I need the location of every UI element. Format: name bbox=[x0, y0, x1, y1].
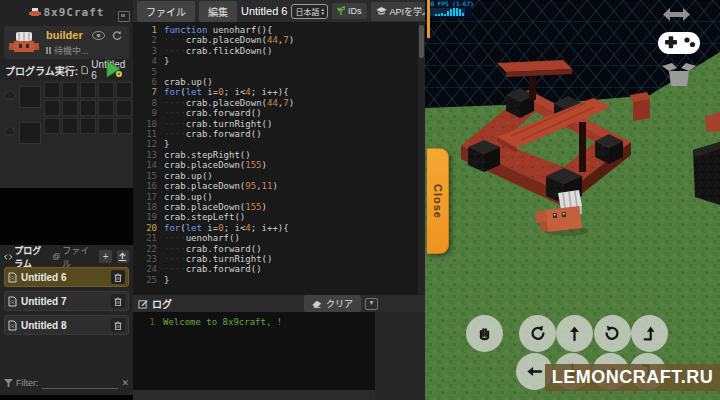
8x9craft-app: 8x9Craft builder 待機中... プ bbox=[0, 0, 720, 400]
watermark: LEMONCRAFT.RU bbox=[545, 364, 720, 391]
document-title: Untitled 6 bbox=[241, 5, 287, 17]
inventory-slot[interactable] bbox=[62, 100, 78, 116]
editor-scrollbar[interactable] bbox=[418, 22, 425, 295]
upload-program-button[interactable] bbox=[117, 250, 129, 263]
program-item[interactable]: Untitled 7 bbox=[4, 291, 129, 311]
inventory-slot[interactable] bbox=[62, 82, 78, 98]
inventory-slot[interactable] bbox=[62, 118, 78, 134]
gamepad-icon[interactable] bbox=[657, 29, 701, 56]
log-clear-button[interactable]: クリア bbox=[304, 295, 361, 312]
code-lines: 1function uenoharf(){2····crab.placeDown… bbox=[133, 25, 425, 285]
file-menu-button[interactable]: ファイル bbox=[137, 1, 195, 22]
hotbar-slot[interactable] bbox=[19, 122, 41, 144]
code-line[interactable]: 11····crab.forward() bbox=[133, 129, 425, 139]
code-line[interactable]: 10····crab.turnRight() bbox=[133, 119, 425, 129]
inventory-slot[interactable] bbox=[44, 82, 60, 98]
code-line[interactable]: 17crab.up() bbox=[133, 192, 425, 202]
code-line[interactable]: 4} bbox=[133, 56, 425, 66]
inventory-slot[interactable] bbox=[44, 100, 60, 116]
code-line[interactable]: 13crab.stepRight() bbox=[133, 150, 425, 160]
code-line[interactable]: 21····uenoharf() bbox=[133, 233, 425, 243]
code-line[interactable]: 25} bbox=[133, 275, 425, 285]
inventory-slot[interactable] bbox=[98, 118, 114, 134]
code-line[interactable]: 16crab.placeDown(95,11) bbox=[133, 181, 425, 191]
rotate-ccw-button[interactable] bbox=[519, 315, 556, 352]
hand-button[interactable] bbox=[466, 315, 503, 352]
log-body[interactable]: 1Welcome to 8x9craft, ! bbox=[133, 312, 375, 390]
filter-row: Filter: ✕ bbox=[4, 376, 129, 390]
inventory-slot[interactable] bbox=[116, 82, 132, 98]
filter-input[interactable] bbox=[42, 378, 119, 389]
code-text: ····crab.forward() bbox=[164, 244, 262, 254]
inventory-slot[interactable] bbox=[98, 100, 114, 116]
inventory-slot[interactable] bbox=[44, 118, 60, 134]
line-number: 17 bbox=[133, 192, 164, 202]
inventory-slot[interactable] bbox=[80, 82, 96, 98]
code-line[interactable]: 3····crab.flickDown() bbox=[133, 46, 425, 56]
player-status: 待機中... bbox=[46, 44, 89, 57]
inventory-slot[interactable] bbox=[116, 118, 132, 134]
delete-program-button[interactable] bbox=[111, 270, 125, 284]
trash-icon bbox=[114, 321, 122, 330]
code-line[interactable]: 7for(let i=0; i<4; i++){ bbox=[133, 87, 425, 97]
rotate-cw-button[interactable] bbox=[594, 315, 631, 352]
left-icon bbox=[525, 362, 544, 381]
code-line[interactable]: 9····crab.forward() bbox=[133, 108, 425, 118]
code-line[interactable]: 1function uenoharf(){ bbox=[133, 25, 425, 35]
code-text: ····crab.placeDown(44,7) bbox=[164, 98, 294, 108]
eye-icon[interactable] bbox=[92, 31, 105, 40]
code-line[interactable]: 18crab.placeDown(155) bbox=[133, 202, 425, 212]
line-number: 18 bbox=[133, 202, 164, 212]
code-line[interactable]: 8····crab.placeDown(44,7) bbox=[133, 98, 425, 108]
logo: 8x9Craft bbox=[0, 0, 133, 24]
run-play-button[interactable] bbox=[104, 59, 124, 79]
log-icon bbox=[138, 299, 148, 309]
language-select[interactable]: 日本語 ▴▾ bbox=[291, 4, 328, 19]
code-line[interactable]: 6crab.up() bbox=[133, 77, 425, 87]
game-viewport[interactable]: 30 FPS (1-67) Close bbox=[425, 0, 720, 400]
tab-programs[interactable]: プログラム bbox=[4, 244, 48, 270]
up-button[interactable] bbox=[556, 315, 593, 352]
program-item[interactable]: Untitled 8 bbox=[4, 315, 129, 335]
code-line[interactable]: 19crab.stepLeft() bbox=[133, 212, 425, 222]
delete-program-button[interactable] bbox=[111, 318, 125, 332]
drawer-edge-accent bbox=[427, 0, 430, 38]
code-line[interactable]: 14crab.placeDown(155) bbox=[133, 160, 425, 170]
inventory-slot[interactable] bbox=[80, 100, 96, 116]
code-line[interactable]: 5 bbox=[133, 67, 425, 77]
code-editor[interactable]: 1function uenoharf(){2····crab.placeDown… bbox=[133, 22, 425, 295]
fps-meter[interactable]: 30 FPS (1-67) bbox=[425, 0, 472, 18]
eraser-icon bbox=[312, 300, 322, 308]
popout-icon[interactable] bbox=[118, 11, 130, 22]
code-text: ····crab.placeDown(44,7) bbox=[164, 35, 294, 45]
code-line[interactable]: 2····crab.placeDown(44,7) bbox=[133, 35, 425, 45]
hotbar-slot[interactable] bbox=[19, 86, 41, 108]
inventory-slot[interactable] bbox=[98, 82, 114, 98]
code-line[interactable]: 20for(let i=0; i<4; i++){ bbox=[133, 223, 425, 233]
line-number: 12 bbox=[133, 139, 164, 149]
editor-scrollbar-thumb[interactable] bbox=[419, 25, 424, 58]
program-item[interactable]: Untitled 6 bbox=[4, 267, 129, 287]
ids-button[interactable]: IDs bbox=[332, 3, 367, 19]
inventory-box-icon[interactable] bbox=[661, 60, 697, 89]
inventory-slot[interactable] bbox=[80, 118, 96, 134]
refresh-icon[interactable] bbox=[112, 31, 122, 41]
add-program-button[interactable]: + bbox=[99, 250, 111, 263]
close-drawer-tab[interactable]: Close bbox=[427, 148, 449, 254]
code-line[interactable]: 15crab.up() bbox=[133, 171, 425, 181]
tab-files[interactable]: ファイル bbox=[53, 244, 89, 270]
filter-clear-icon[interactable]: ✕ bbox=[121, 378, 129, 388]
log-collapse-icon[interactable]: ▾ bbox=[365, 298, 378, 310]
code-line[interactable]: 24····crab.forward() bbox=[133, 264, 425, 274]
code-line[interactable]: 22····crab.forward() bbox=[133, 244, 425, 254]
inventory-slot[interactable] bbox=[116, 100, 132, 116]
code-line[interactable]: 12} bbox=[133, 139, 425, 149]
resize-horizontal-icon[interactable] bbox=[663, 8, 690, 21]
code-line[interactable]: 23····crab.turnRight() bbox=[133, 254, 425, 264]
code-text: ····crab.forward() bbox=[164, 264, 262, 274]
step-up-button[interactable] bbox=[631, 315, 668, 352]
edit-menu-button[interactable]: 編集 bbox=[199, 1, 237, 22]
program-panel-header: プログラム ファイル + bbox=[4, 249, 129, 264]
delete-program-button[interactable] bbox=[111, 294, 125, 308]
code-text: ····uenoharf() bbox=[164, 233, 240, 243]
